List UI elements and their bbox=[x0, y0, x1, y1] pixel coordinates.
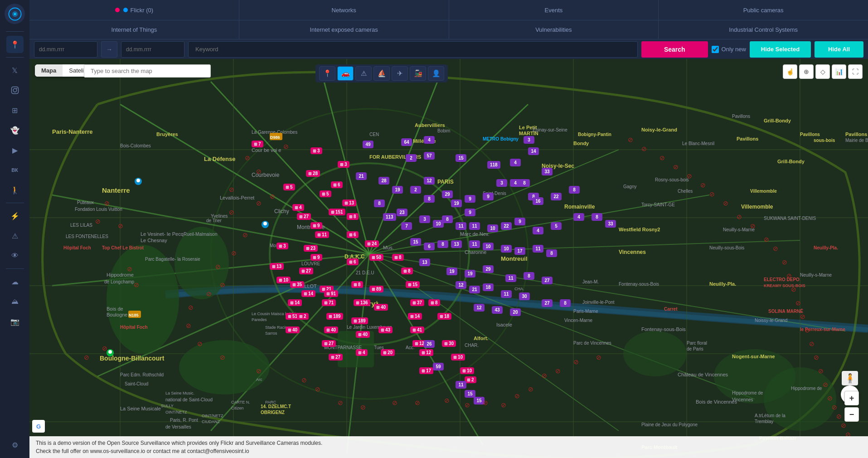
marker-cluster[interactable]: 8 bbox=[519, 179, 530, 187]
marker-cluster[interactable]: 15 bbox=[456, 154, 466, 162]
marker-flickr[interactable]: 8 bbox=[347, 213, 359, 220]
map-chart-tool[interactable]: 📊 bbox=[832, 64, 846, 79]
marker-cluster[interactable]: 4 bbox=[573, 213, 584, 221]
marker-flickr[interactable]: 151 bbox=[329, 209, 345, 215]
marker-cluster[interactable]: 3 bbox=[524, 136, 534, 144]
marker-cluster[interactable]: 11 bbox=[456, 222, 466, 230]
marker-flickr[interactable]: 10 bbox=[460, 367, 474, 374]
marker-flickr[interactable]: 40 bbox=[324, 326, 338, 333]
sidebar-item-settings[interactable]: ⚙ bbox=[6, 436, 24, 453]
marker-flickr[interactable]: 28 bbox=[306, 170, 320, 177]
marker-cluster[interactable]: 7 bbox=[401, 222, 412, 230]
map-layers-tool[interactable]: ⊕ bbox=[799, 64, 814, 79]
nav-vulnerabilities[interactable]: Vulnerabilities bbox=[449, 20, 659, 39]
date-from-input[interactable] bbox=[34, 41, 97, 58]
marker-flickr[interactable]: 23 bbox=[304, 245, 318, 252]
marker-cluster[interactable]: 4 bbox=[533, 227, 543, 234]
marker-flickr[interactable]: 40 bbox=[356, 331, 370, 338]
map-search-input[interactable] bbox=[84, 64, 211, 78]
marker-flickr[interactable]: 3 bbox=[310, 147, 322, 154]
marker-cluster[interactable]: 26 bbox=[424, 340, 435, 348]
marker-cluster[interactable]: 4 bbox=[510, 159, 521, 166]
sidebar-item-eye[interactable]: 👁 bbox=[6, 247, 24, 264]
marker-flickr[interactable]: 43 bbox=[378, 326, 393, 333]
marker-cluster[interactable]: 29 bbox=[442, 190, 453, 198]
marker-flickr[interactable]: 27 bbox=[297, 213, 311, 220]
marker-flickr[interactable]: 13 bbox=[342, 200, 356, 206]
marker-flickr[interactable]: 41 bbox=[410, 326, 424, 333]
sidebar-item-walk[interactable]: 🚶 bbox=[6, 181, 24, 199]
marker-flickr[interactable]: 4 bbox=[292, 204, 304, 211]
search-button[interactable]: Search bbox=[641, 41, 708, 58]
marker-flickr[interactable]: 7 bbox=[252, 141, 263, 147]
marker-cluster[interactable]: 28 bbox=[378, 177, 389, 185]
sidebar-item-camera[interactable]: 📷 bbox=[6, 313, 24, 330]
marker-flickr[interactable]: 27 bbox=[299, 268, 313, 274]
marker-flickr[interactable]: 35 bbox=[290, 281, 304, 288]
sidebar-item-lightning[interactable]: ⚡ bbox=[6, 207, 24, 224]
marker-cluster[interactable]: 57 bbox=[424, 152, 435, 160]
map-tool-train[interactable]: 🚂 bbox=[410, 66, 426, 81]
marker-cluster[interactable]: 64 bbox=[401, 138, 412, 146]
map-shape-tool[interactable]: ◇ bbox=[815, 64, 830, 79]
marker-cluster[interactable]: 2 bbox=[406, 154, 417, 162]
marker-cluster[interactable]: 11 bbox=[469, 240, 480, 248]
marker-flickr[interactable]: 189 bbox=[326, 313, 343, 320]
marker-flickr[interactable]: 12 bbox=[419, 349, 433, 356]
marker-flickr[interactable]: 8 bbox=[401, 268, 413, 274]
marker-flickr[interactable]: 30 bbox=[442, 340, 456, 347]
marker-flickr[interactable]: 189 bbox=[351, 317, 368, 324]
marker-cluster[interactable]: 43 bbox=[492, 306, 503, 314]
marker-cluster[interactable]: 8 bbox=[569, 186, 580, 194]
zoom-out-button[interactable]: − bbox=[844, 407, 859, 422]
marker-flickr[interactable]: 8 bbox=[428, 299, 440, 306]
marker-cluster[interactable]: 11 bbox=[533, 245, 543, 253]
sidebar-item-youtube[interactable]: ▶ bbox=[6, 141, 24, 159]
marker-cluster[interactable]: 8 bbox=[524, 272, 534, 280]
zoom-in-button[interactable]: + bbox=[844, 391, 859, 405]
marker-cluster[interactable]: 49 bbox=[363, 141, 373, 148]
marker-flickr[interactable]: 20 bbox=[381, 349, 395, 356]
marker-cluster[interactable]: 19 bbox=[451, 200, 462, 207]
marker-flickr[interactable]: 5 bbox=[283, 184, 295, 190]
marker-cluster[interactable]: 5 bbox=[551, 222, 562, 230]
sidebar-item-snapchat[interactable]: 👻 bbox=[6, 122, 24, 139]
marker-cluster[interactable]: 9 bbox=[483, 193, 494, 200]
only-new-checkbox[interactable] bbox=[712, 46, 719, 53]
marker-cluster[interactable]: 8 bbox=[424, 195, 435, 203]
marker-flickr[interactable]: 5 bbox=[320, 190, 331, 197]
map-cursor-tool[interactable]: ☝ bbox=[783, 64, 797, 79]
marker-flickr[interactable]: 11 bbox=[315, 231, 329, 238]
marker-flickr[interactable]: 17 bbox=[419, 367, 433, 374]
marker-flickr[interactable]: 14 bbox=[301, 290, 315, 297]
marker-cluster[interactable]: 59 bbox=[433, 363, 444, 370]
marker-cluster[interactable]: 29 bbox=[483, 265, 494, 273]
marker-cluster[interactable]: 6 bbox=[424, 243, 435, 250]
nav-flickr[interactable]: Flickr (0) bbox=[29, 0, 239, 20]
streetview-person[interactable]: 🧍 bbox=[842, 371, 858, 385]
hide-selected-button[interactable]: Hide Selected bbox=[750, 41, 811, 58]
sidebar-item-terrain[interactable]: ⛰ bbox=[6, 293, 24, 310]
marker-flickr[interactable]: 6 bbox=[347, 231, 359, 238]
marker-cluster[interactable]: 8 bbox=[592, 213, 602, 221]
marker-flickr[interactable]: 8 bbox=[392, 254, 404, 261]
marker-cluster[interactable]: 12 bbox=[456, 281, 466, 289]
marker-cluster[interactable]: 8 bbox=[560, 299, 571, 307]
sidebar-item-vk[interactable]: ВК bbox=[6, 161, 24, 179]
marker-flickr[interactable]: 9 bbox=[310, 222, 322, 229]
map-area[interactable]: Nanterre Cour be voi e Courbevoie La Déf… bbox=[29, 59, 868, 458]
marker-cluster[interactable]: 27 bbox=[542, 299, 553, 307]
marker-flickr[interactable]: 18 bbox=[437, 313, 451, 320]
marker-cluster[interactable]: 2 bbox=[410, 186, 421, 194]
nav-public-cameras[interactable]: Public cameras bbox=[659, 0, 868, 20]
date-arrow-button[interactable]: → bbox=[101, 41, 117, 58]
sidebar-item-alert[interactable]: ⚠ bbox=[6, 227, 24, 244]
marker-cluster[interactable]: 23 bbox=[397, 209, 407, 216]
marker-flickr[interactable]: 9 bbox=[310, 254, 322, 261]
marker-cluster[interactable]: 8 bbox=[374, 200, 385, 207]
marker-cluster[interactable]: 11 bbox=[505, 274, 516, 282]
marker-cluster[interactable]: 21 bbox=[469, 286, 480, 293]
nav-ics[interactable]: Industrial Control Systems bbox=[659, 20, 868, 39]
marker-flickr[interactable]: 3 bbox=[338, 161, 349, 168]
marker-cluster[interactable]: 13 bbox=[451, 240, 462, 248]
